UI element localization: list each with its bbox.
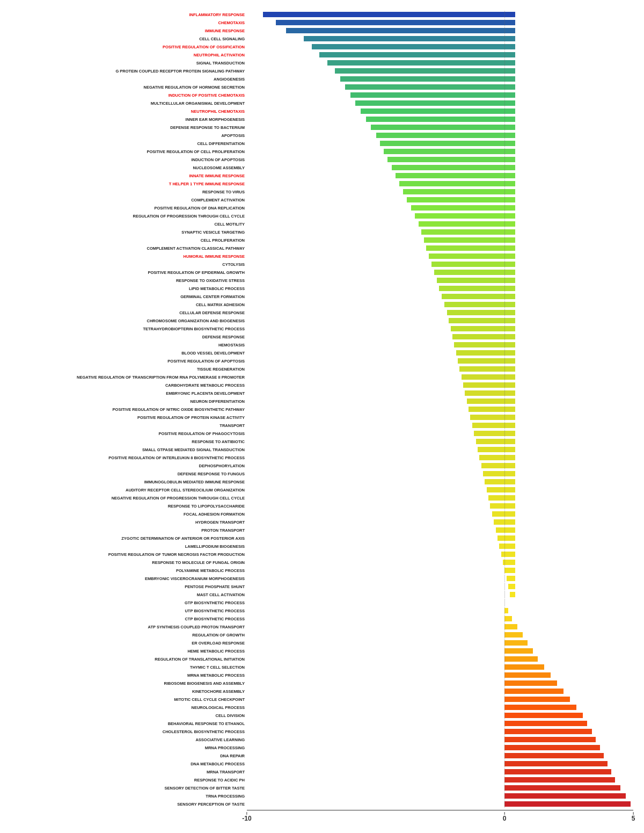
bar-element: [496, 527, 515, 533]
bar-element: [345, 84, 515, 90]
bar-label: CYTOLYSIS: [0, 262, 247, 267]
zero-line: [504, 75, 505, 83]
bar-container: [247, 736, 644, 743]
chart-row: TRNA PROCESSING: [0, 792, 644, 800]
bar-element: [452, 334, 515, 339]
bar-element: [504, 801, 631, 807]
bar-element: [504, 632, 523, 638]
zero-line: [504, 19, 505, 26]
zero-line: [504, 752, 505, 759]
zero-line: [504, 591, 505, 598]
bar-container: [247, 462, 644, 469]
bar-container: [247, 438, 644, 445]
bar-label: TRANSPORT: [0, 423, 247, 428]
bar-container: [247, 107, 644, 115]
chart-row: BLOOD VESSEL DEVELOPMENT: [0, 349, 644, 357]
bar-element: [504, 624, 517, 629]
chart-row: ATP SYNTHESIS COUPLED PROTON TRANSPORT: [0, 623, 644, 631]
bar-label: AUDITORY RECEPTOR CELL STEREOCILIUM ORGA…: [0, 488, 247, 492]
bar-container: [247, 510, 644, 518]
bar-container: [247, 212, 644, 220]
bar-container: [247, 567, 644, 574]
chart-row: G PROTEIN COUPLED RECEPTOR PROTEIN SIGNA…: [0, 67, 644, 75]
bar-element: [504, 680, 557, 686]
chart-row: CELL MATRIX ADHESION: [0, 301, 644, 308]
bar-container: [247, 518, 644, 526]
chart-row: POSITIVE REGULATION OF APOPTOSIS: [0, 357, 644, 365]
zero-line: [504, 252, 505, 260]
chart-row: KINETOCHORE ASSEMBLY: [0, 687, 644, 695]
bar-label: UTP BIOSYNTHETIC PROCESS: [0, 609, 247, 613]
bar-container: [247, 164, 644, 171]
chart-row: CHOLESTEROL BIOSYNTHETIC PROCESS: [0, 728, 644, 735]
bar-label: RESPONSE TO VIRUS: [0, 190, 247, 194]
zero-line: [504, 148, 505, 155]
bar-element: [504, 672, 551, 678]
zero-line: [504, 180, 505, 187]
chart-row: IMMUNOGLOBULIN MEDIATED IMMUNE RESPONSE: [0, 478, 644, 486]
chart-row: SYNAPTIC VESICLE TARGETING: [0, 228, 644, 236]
bar-container: [247, 744, 644, 751]
zero-line: [504, 671, 505, 679]
bar-element: [504, 689, 564, 694]
chart-row: RESPONSE TO LIPOPOLYSACCHARIDE: [0, 502, 644, 510]
zero-line: [504, 236, 505, 244]
bar-label: MRNA PROCESSING: [0, 745, 247, 750]
bar-container: [247, 728, 644, 735]
bar-label: CHEMOTAXIS: [0, 20, 247, 25]
zero-line: [504, 623, 505, 631]
bar-container: [247, 704, 644, 711]
bar-element: [497, 535, 515, 541]
bar-label: T HELPER 1 TYPE IMMUNE RESPONSE: [0, 182, 247, 186]
chart-row: NUCLEOSOME ASSEMBLY: [0, 164, 644, 171]
bar-element: [431, 262, 515, 267]
zero-line: [504, 67, 505, 75]
bar-label: RESPONSE TO ACIDIC PH: [0, 778, 247, 783]
zero-line: [504, 454, 505, 461]
bar-container: [247, 591, 644, 598]
bar-element: [504, 705, 576, 710]
bar-element: [458, 358, 515, 364]
bar-element: [504, 664, 544, 670]
zero-line: [504, 687, 505, 695]
bar-label: POSITIVE REGULATION OF CELL PROLIFERATIO…: [0, 149, 247, 154]
bar-element: [380, 141, 515, 146]
bar-label: CELL CELL SIGNALING: [0, 37, 247, 41]
bar-label: NEGATIVE REGULATION OF HORMONE SECRETION: [0, 85, 247, 90]
chart-row: APOPTOSIS: [0, 132, 644, 139]
bar-container: [247, 236, 644, 244]
chart-row: RESPONSE TO MOLECULE OF FUNGAL ORIGIN: [0, 559, 644, 566]
bar-element: [507, 576, 515, 581]
bar-label: BLOOD VESSEL DEVELOPMENT: [0, 351, 247, 356]
x-axis: -1005: [0, 810, 644, 831]
zero-line: [504, 760, 505, 767]
zero-line: [504, 462, 505, 469]
zero-line: [504, 502, 505, 510]
chart-row: EMBRYONIC VISCEROCRANIUM MORPHOGENESIS: [0, 575, 644, 582]
bar-container: [247, 647, 644, 655]
bar-label: DNA METABOLIC PROCESS: [0, 762, 247, 766]
zero-line: [504, 357, 505, 365]
chart-row: AUDITORY RECEPTOR CELL STEREOCILIUM ORGA…: [0, 486, 644, 494]
chart-row: TRANSPORT: [0, 422, 644, 429]
chart-row: HEME METABOLIC PROCESS: [0, 647, 644, 655]
chart-row: CELL CELL SIGNALING: [0, 35, 644, 42]
chart-row: MITOTIC CELL CYCLE CHECKPOINT: [0, 696, 644, 703]
bar-container: [247, 252, 644, 260]
bar-element: [419, 221, 515, 227]
bar-element: [335, 68, 515, 74]
zero-line: [504, 422, 505, 429]
bar-label: RESPONSE TO OXIDATIVE STRESS: [0, 278, 247, 283]
bar-container: [247, 631, 644, 639]
bar-container: [247, 11, 644, 18]
zero-line: [504, 196, 505, 204]
chart-row: INNER EAR MORPHOGENESIS: [0, 115, 644, 123]
bar-container: [247, 27, 644, 34]
axis-tick-label: -10: [242, 812, 251, 822]
bar-element: [504, 737, 596, 742]
chart-row: TISSUE REGENERATION: [0, 365, 644, 373]
bar-label: IMMUNE RESPONSE: [0, 28, 247, 33]
bar-container: [247, 526, 644, 534]
bar-label: CELL DIFFERENTIATION: [0, 141, 247, 146]
x-axis-line: [247, 810, 633, 810]
